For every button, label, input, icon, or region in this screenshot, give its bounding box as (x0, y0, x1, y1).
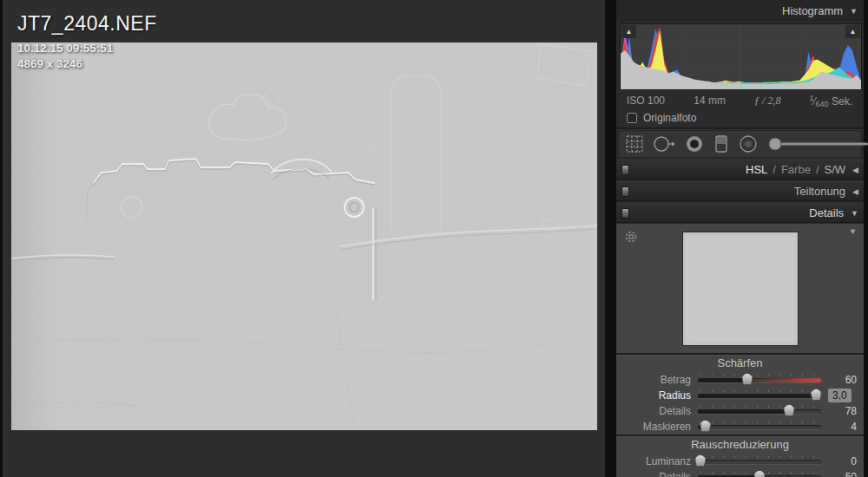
graduated-filter-tool[interactable] (713, 134, 730, 154)
histogram[interactable]: ▲ ▲ (620, 23, 862, 90)
slider-value[interactable]: 0 (828, 455, 857, 467)
chevron-down-icon: ▼ (850, 7, 858, 16)
slider-value[interactable]: 50 (828, 471, 857, 477)
slider-value[interactable]: 3,0 (828, 389, 852, 402)
chevron-left-icon: ◀ (852, 187, 858, 196)
photo-filename: JT7_2404.NEF (17, 12, 157, 36)
slider-ticks (700, 406, 819, 408)
details-label: Details (809, 206, 844, 219)
slider-row: Betrag 60 (616, 373, 864, 387)
slider-label: Details (618, 471, 691, 477)
noise-reduction-section: Rauschreduzierung Luminanz 0 Details 50 (616, 438, 864, 477)
edge-mask-drawing (11, 42, 597, 430)
triangle-up-icon: ▲ (626, 28, 633, 36)
slider-ticks (700, 456, 819, 458)
exif-focal-length: 14 mm (694, 95, 726, 107)
detail-zoom-preview[interactable] (682, 232, 799, 346)
adjustment-brush-tool[interactable] (766, 134, 868, 154)
histogram-plot (621, 24, 861, 89)
slider-row: Maskieren 4 (616, 420, 864, 434)
original-photo-label: Originalfoto (643, 112, 696, 124)
photo-datetime: 10.12.15 09:55:51 (17, 42, 157, 55)
slider-row: Details 78 (616, 404, 864, 418)
slider-label: Radius (618, 389, 691, 402)
slider-row: Radius 3,0 (616, 389, 864, 402)
slider-track[interactable] (698, 409, 821, 414)
panel-toggle-switch[interactable] (621, 165, 629, 175)
slider-ticks (700, 375, 819, 376)
preview-disclosure-icon[interactable]: ▼ (849, 227, 857, 236)
main-view: JT7_2404.NEF 10.12.15 09:55:51 4869 x 32… (3, 0, 605, 477)
slider-ticks (700, 421, 819, 423)
slider-fill (698, 394, 813, 398)
slider-value[interactable]: 4 (828, 421, 857, 433)
slider-fill (698, 409, 786, 414)
histogram-panel-header[interactable]: Histogramm ▼ (616, 0, 864, 22)
slider-label: Maskieren (618, 421, 691, 433)
exif-info-row: ISO 100 14 mm ƒ / 2,8 1⁄640 Sek. (616, 92, 864, 109)
original-photo-checkbox[interactable] (627, 113, 637, 123)
slider-track[interactable] (698, 394, 821, 398)
tool-strip (618, 130, 862, 158)
highlight-clipping-button[interactable]: ▲ (845, 25, 860, 38)
slider-fill (698, 378, 745, 382)
crop-tool[interactable] (624, 134, 645, 154)
slider-label: Details (618, 405, 691, 417)
detail-target-icon[interactable] (623, 229, 639, 245)
slider-track[interactable] (698, 460, 821, 464)
noise-reduction-title: Rauschreduzierung (616, 438, 864, 452)
slider-label: Luminanz (618, 455, 691, 467)
panel-header-teiltonung[interactable]: Teiltonung ◀ (616, 181, 864, 201)
panel-header-details[interactable]: Details ▼ (616, 203, 864, 223)
slider-label: Betrag (618, 374, 691, 386)
sw-label: S/W (825, 163, 846, 176)
exif-iso: ISO 100 (627, 95, 665, 107)
slider-value[interactable]: 78 (828, 405, 857, 417)
details-panel-content: ▼ Schärfen Betrag 60 Radius 3,0 Details (616, 224, 864, 477)
hsl-label: HSL (746, 163, 767, 176)
sharpen-mask-preview[interactable] (11, 42, 597, 430)
sharpen-title: Schärfen (616, 356, 864, 370)
slider-row: Details 50 (616, 470, 864, 477)
shadow-clipping-button[interactable]: ▲ (621, 25, 636, 38)
spot-removal-tool[interactable] (652, 134, 676, 154)
exif-aperture: ƒ / 2,8 (754, 95, 780, 108)
slider-ticks (700, 390, 819, 392)
slider-row: Luminanz 0 (616, 454, 864, 468)
panel-toggle-switch[interactable] (621, 186, 629, 197)
sharpen-section: Schärfen Betrag 60 Radius 3,0 Details 78… (616, 356, 864, 435)
farbe-label: Farbe (781, 163, 811, 176)
photo-dimensions: 4869 x 3246 (17, 57, 157, 70)
slider-track[interactable] (698, 425, 821, 429)
photo-info-overlay: JT7_2404.NEF 10.12.15 09:55:51 4869 x 32… (17, 12, 157, 70)
teiltonung-label: Teiltonung (794, 185, 845, 198)
red-eye-tool[interactable] (683, 134, 706, 154)
panel-toggle-switch[interactable] (621, 208, 629, 219)
slider-track[interactable] (698, 378, 821, 382)
original-photo-row: Originalfoto (627, 110, 696, 126)
exif-shutter-speed: 1⁄640 Sek. (810, 94, 852, 108)
radial-filter-tool[interactable] (737, 134, 760, 154)
slider-value[interactable]: 60 (828, 374, 857, 386)
slider-red-tint (751, 378, 821, 382)
chevron-down-icon: ▼ (851, 209, 858, 218)
develop-right-panel: Histogramm ▼ ▲ ▲ ISO 100 14 mm ƒ / 2,8 1… (616, 0, 864, 477)
detail-preview-area: ▼ (616, 224, 864, 353)
triangle-up-icon: ▲ (850, 28, 857, 36)
chevron-left-icon: ◀ (852, 166, 858, 174)
panel-header-hsl[interactable]: HSL / Farbe / S/W ◀ (616, 160, 864, 180)
histogram-panel-title: Histogramm (782, 4, 843, 17)
